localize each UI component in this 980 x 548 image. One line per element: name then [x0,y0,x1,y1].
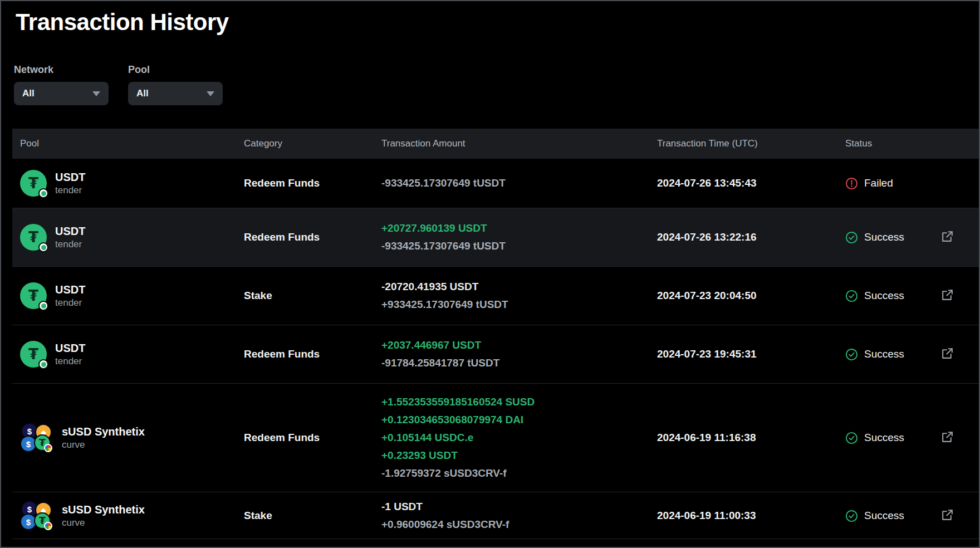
page-title: Transaction History [16,9,979,36]
network-badge-icon [38,188,48,198]
category-cell: Stake [244,510,381,522]
success-icon [845,432,858,444]
pool-filter-group: Pool All [128,63,223,105]
susd-pool-icon: $◆$₮ [20,423,53,453]
amount-line: +0.105144 USDC.e [381,429,657,447]
usdt-coin-icon: ₮ [20,341,47,368]
pool-platform: tender [55,238,85,251]
amount-line: +933425.17307649 tUSDT [381,296,657,314]
column-header-pool: Pool [20,138,244,149]
tether-glyph: ₮ [28,176,38,190]
external-link-icon [940,508,954,523]
amount-cell: +2037.446967 USDT-91784.25841787 tUSDT [381,336,657,372]
pool-platform: tender [55,184,85,197]
amount-line: +0.96009624 sUSD3CRV-f [381,516,657,534]
table-row[interactable]: $◆$₮sUSD SynthetixcurveStake-1 USDT+0.96… [12,492,980,539]
column-header-time: Transaction Time (UTC) [657,138,845,149]
filters-bar: Network All Pool All [14,63,979,105]
network-filter-group: Network All [14,63,109,105]
pool-name: USDT [55,341,85,355]
network-dropdown[interactable]: All [14,82,109,105]
status-cell: Success [845,510,939,522]
pool-platform: curve [62,439,145,451]
category-cell: Redeem Funds [244,231,381,243]
external-link-button[interactable] [939,229,955,246]
tether-glyph: ₮ [28,230,38,244]
network-badge-icon [38,301,48,311]
external-link-button[interactable] [939,429,955,446]
external-link-icon [940,229,954,245]
amount-line: -933425.17307649 tUSDT [381,174,657,192]
amount-line: +0.23293 USDT [381,447,657,464]
success-icon [845,290,858,302]
category-cell: Redeem Funds [244,432,381,444]
amount-line: +2037.446967 USDT [381,336,657,354]
amount-cell: -933425.17307649 tUSDT [381,174,657,192]
amount-line: +20727.960139 USDT [381,219,657,237]
external-link-button[interactable] [939,287,955,304]
pool-text: USDTtender [55,282,85,309]
link-cell [939,287,970,304]
tether-glyph: ₮ [28,347,38,361]
amount-line: -20720.41935 USDT [381,278,657,296]
link-cell [939,429,970,446]
pool-dropdown-value: All [136,88,149,99]
table-row[interactable]: ₮USDTtenderStake-20720.41935 USDT+933425… [12,267,980,325]
amount-line: -933425.17307649 tUSDT [381,237,657,255]
column-header-status: Status [845,138,939,149]
pool-text: sUSD Synthetixcurve [62,424,145,451]
pool-dropdown[interactable]: All [128,82,223,105]
usdt-coin-icon: ₮ [20,170,47,197]
external-link-button[interactable] [939,507,955,524]
table-header-row: Pool Category Transaction Amount Transac… [12,129,980,159]
status-label: Success [864,290,904,302]
amount-cell: -20720.41935 USDT+933425.17307649 tUSDT [381,278,657,314]
status-cell: Success [845,432,939,444]
link-cell [939,507,970,524]
pool-platform: tender [55,297,85,309]
status-label: Success [864,348,904,360]
pool-name: USDT [55,282,85,297]
pool-text: sUSD Synthetixcurve [62,502,145,529]
curve-badge-icon [44,522,52,530]
usdt-coin-icon: ₮ [20,282,47,309]
success-icon [845,231,858,244]
column-header-amount: Transaction Amount [381,138,657,149]
network-dropdown-value: All [22,88,35,99]
status-cell: Failed [845,177,939,190]
pool-text: USDTtender [55,341,85,368]
amount-cell: -1 USDT+0.96009624 sUSD3CRV-f [381,498,657,534]
external-link-icon [940,346,954,362]
time-cell: 2024-07-26 13:22:16 [657,231,845,243]
amount-line: +0.123034653068079974 DAI [381,411,657,429]
column-header-category: Category [244,138,381,149]
success-icon [845,348,858,361]
usdt-coin-icon: ₮ [20,224,47,251]
tether-glyph: ₮ [28,288,38,303]
status-label: Success [864,510,904,522]
susd-pool-icon: $◆$₮ [20,501,53,531]
pool-text: USDTtender [55,224,85,251]
table-row[interactable]: ₮USDTtenderRedeem Funds-933425.17307649 … [12,159,980,208]
chevron-down-icon [207,91,214,96]
time-cell: 2024-07-23 19:45:31 [657,348,845,360]
table-row[interactable]: ₮USDTtenderRedeem Funds+20727.960139 USD… [12,208,980,267]
external-link-button[interactable] [939,346,955,363]
pool-filter-label: Pool [128,63,223,76]
pool-platform: curve [62,517,145,529]
table-row[interactable]: ₮USDTtenderRedeem Funds+2037.446967 USDT… [12,325,980,384]
status-cell: Success [845,348,939,361]
pool-cell: $◆$₮sUSD Synthetixcurve [20,423,244,453]
curve-badge-icon [44,444,52,452]
category-cell: Stake [244,290,381,302]
amount-line: -91784.25841787 tUSDT [381,354,657,372]
time-cell: 2024-07-26 13:45:43 [657,177,845,189]
category-cell: Redeem Funds [244,348,381,360]
pool-platform: tender [55,355,85,368]
status-cell: Success [845,290,939,302]
pool-cell: ₮USDTtender [20,282,244,309]
table-row[interactable]: $◆$₮sUSD SynthetixcurveRedeem Funds+1.55… [12,384,980,492]
amount-line: +1.552353559185160524 SUSD [381,393,657,411]
status-label: Success [864,432,904,444]
table-body: ₮USDTtenderRedeem Funds-933425.17307649 … [12,159,980,539]
